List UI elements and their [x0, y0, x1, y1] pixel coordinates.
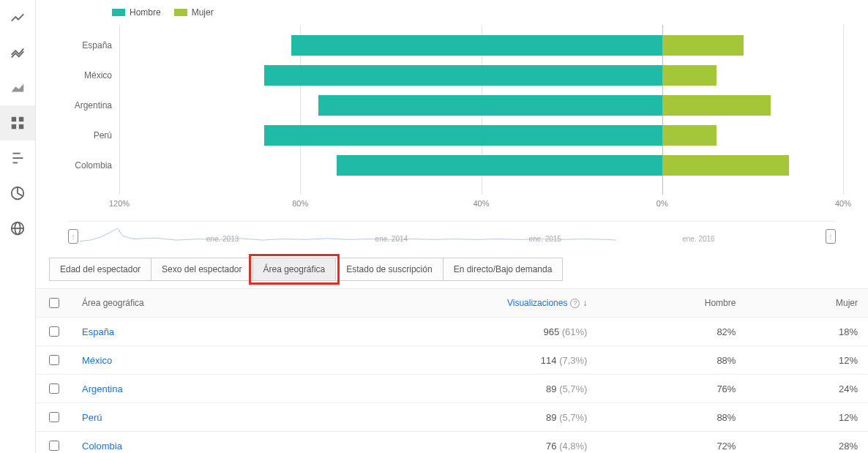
area-chart-icon[interactable]	[0, 70, 35, 105]
bar-female[interactable]	[662, 35, 744, 56]
geo-link[interactable]: Colombia	[82, 441, 122, 452]
col-male[interactable]: Hombre	[597, 289, 746, 318]
legend-male: Hombre	[112, 7, 161, 18]
timeline-tick: ene. 2013	[206, 235, 239, 243]
chart-area: Hombre Mujer EspañaMéxicoArgentinaPerúCo…	[36, 0, 868, 249]
x-axis-tick: 40%	[835, 199, 851, 208]
tab-en-directo-bajo-demanda[interactable]: En directo/Bajo demanda	[443, 258, 564, 281]
chart-row: Colombia	[119, 152, 843, 179]
male-swatch	[112, 9, 125, 16]
bar-female[interactable]	[662, 95, 771, 116]
views-cell: 89 (5,7%)	[309, 375, 598, 403]
row-checkbox-cell[interactable]	[36, 318, 72, 346]
views-cell: 114 (7,3%)	[309, 346, 598, 375]
table-row: España965 (61%)82%18%	[36, 318, 868, 346]
bar-chart-icon[interactable]	[0, 141, 35, 176]
line-chart-icon[interactable]	[0, 0, 35, 35]
row-checkbox-cell[interactable]	[36, 375, 72, 403]
tab-sexo-del-espectador[interactable]: Sexo del espectador	[151, 258, 252, 281]
x-axis-tick: 40%	[473, 199, 489, 208]
bar-female[interactable]	[662, 155, 789, 176]
timeline-slider[interactable]: ⋮ ⋮ ene. 2013 ene. 2014 ene. 2015 ene. 2…	[68, 221, 836, 249]
select-all-header[interactable]	[36, 289, 72, 318]
row-checkbox-cell[interactable]	[36, 432, 72, 454]
timeline-handle-right[interactable]: ⋮	[826, 229, 836, 244]
row-checkbox[interactable]	[49, 383, 59, 394]
svg-rect-1	[19, 117, 23, 121]
female-cell: 18%	[746, 318, 868, 346]
female-cell: 24%	[746, 375, 868, 403]
chart-row: Perú	[119, 122, 843, 149]
bar-male[interactable]	[337, 155, 662, 176]
timeline-tick: ene. 2016	[682, 235, 715, 243]
bar-female[interactable]	[662, 65, 717, 86]
compare-chart-icon[interactable]	[0, 35, 35, 70]
col-female[interactable]: Mujer	[746, 289, 868, 318]
row-checkbox-cell[interactable]	[36, 403, 72, 432]
table-row: Argentina89 (5,7%)76%24%	[36, 375, 868, 403]
timeline-tick: ene. 2015	[528, 235, 561, 243]
geo-cell: Perú	[72, 403, 309, 432]
category-label: España	[53, 40, 112, 50]
globe-icon[interactable]	[0, 211, 35, 246]
chart-row: Argentina	[119, 92, 843, 119]
timeline-handle-left[interactable]: ⋮	[68, 229, 78, 244]
diverging-bar-chart: EspañaMéxicoArgentinaPerúColombia 120%80…	[119, 25, 843, 215]
male-cell: 72%	[597, 432, 746, 454]
col-views[interactable]: Visualizaciones ? ↓	[309, 289, 598, 318]
pie-chart-icon[interactable]	[0, 176, 35, 211]
col-geo[interactable]: Área geográfica	[72, 289, 309, 318]
table-row: Perú89 (5,7%)88%12%	[36, 403, 868, 432]
views-cell: 89 (5,7%)	[309, 403, 598, 432]
views-cell: 965 (61%)	[309, 318, 598, 346]
male-cell: 88%	[597, 403, 746, 432]
female-swatch	[174, 9, 187, 16]
geo-link[interactable]: Argentina	[82, 383, 123, 394]
tab--rea-geogr-fica[interactable]: Área geográfica	[252, 258, 337, 281]
legend-female-label: Mujer	[192, 7, 214, 18]
female-cell: 12%	[746, 403, 868, 432]
svg-rect-2	[12, 124, 16, 129]
grid-chart-icon[interactable]	[0, 105, 35, 141]
legend-male-label: Hombre	[130, 7, 161, 18]
legend-female: Mujer	[174, 7, 214, 18]
sort-arrow-icon: ↓	[583, 298, 587, 308]
dimension-tabs: Edad del espectadorSexo del espectadorÁr…	[36, 249, 868, 289]
geo-cell: Colombia	[72, 432, 309, 454]
timeline-tick: ene. 2014	[375, 235, 408, 243]
geo-link[interactable]: México	[82, 355, 112, 366]
main-panel: Hombre Mujer EspañaMéxicoArgentinaPerúCo…	[36, 0, 868, 453]
category-label: Perú	[53, 130, 112, 141]
chart-row: México	[119, 62, 843, 89]
category-label: Argentina	[53, 100, 112, 111]
geo-cell: Argentina	[72, 375, 309, 403]
x-axis-tick: 0%	[656, 199, 668, 208]
chart-type-sidebar	[0, 0, 36, 453]
table-row: México114 (7,3%)88%12%	[36, 346, 868, 375]
table-row: Colombia76 (4,8%)72%28%	[36, 432, 868, 454]
male-cell: 76%	[597, 375, 746, 403]
views-cell: 76 (4,8%)	[309, 432, 598, 454]
tab-estado-de-suscripci-n[interactable]: Estado de suscripción	[335, 258, 443, 281]
row-checkbox[interactable]	[49, 326, 59, 337]
bar-male[interactable]	[318, 95, 662, 116]
row-checkbox-cell[interactable]	[36, 346, 72, 375]
bar-male[interactable]	[264, 125, 662, 146]
x-axis-tick: 120%	[109, 199, 130, 208]
category-label: Colombia	[53, 160, 112, 171]
bar-male[interactable]	[291, 35, 662, 56]
row-checkbox[interactable]	[49, 412, 59, 422]
geo-cell: España	[72, 318, 309, 346]
select-all-checkbox[interactable]	[49, 298, 59, 308]
geo-link[interactable]: España	[82, 326, 114, 337]
geo-link[interactable]: Perú	[82, 412, 102, 423]
bar-male[interactable]	[264, 65, 662, 86]
row-checkbox[interactable]	[49, 441, 59, 451]
bar-female[interactable]	[662, 125, 717, 146]
female-cell: 28%	[746, 432, 868, 454]
x-axis-tick: 80%	[292, 199, 308, 208]
row-checkbox[interactable]	[49, 355, 59, 365]
tab-edad-del-espectador[interactable]: Edad del espectador	[49, 258, 151, 281]
category-label: México	[53, 70, 112, 81]
help-icon[interactable]: ?	[570, 299, 580, 308]
